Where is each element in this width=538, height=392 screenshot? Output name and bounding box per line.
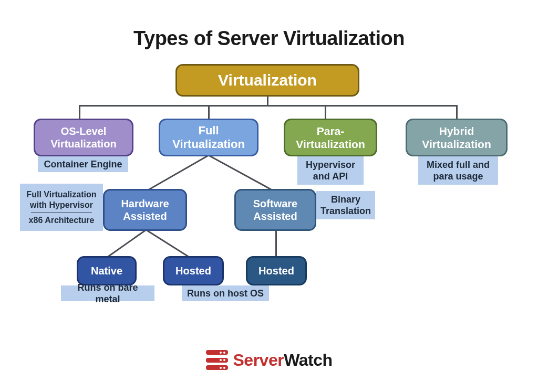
node-native-label: Native (91, 264, 122, 277)
svg-line-3 (146, 230, 192, 259)
brand-logo: ServerWatch (0, 350, 538, 370)
note-hybrid-text: Mixed full and para usage (421, 159, 495, 183)
connector-sw-hosted (275, 230, 277, 257)
node-sw-assisted-label: Software Assisted (240, 197, 311, 223)
node-hybrid-label: Hybrid Virtualization (411, 124, 502, 151)
note-sw-assisted: Binary Translation (316, 191, 375, 219)
note-native-text: Runs on bare metal (64, 282, 151, 305)
svg-line-0 (144, 155, 209, 192)
svg-line-1 (209, 155, 276, 192)
node-hosted-sw-label: Hosted (258, 264, 294, 277)
note-hosted-text: Runs on host OS (187, 288, 264, 300)
node-para: Para-Virtualization (284, 119, 377, 156)
node-hybrid: Hybrid Virtualization (406, 119, 508, 156)
svg-line-2 (105, 230, 146, 259)
note-hw-line2: x86 Architecture (29, 215, 95, 226)
node-hw-assisted: Hardware Assisted (103, 189, 187, 231)
node-os-level-label: OS-Level Virtualization (39, 125, 128, 150)
note-native: Runs on bare metal (61, 285, 154, 301)
node-hw-assisted-label: Hardware Assisted (109, 197, 181, 223)
note-hw-assisted: Full Virtualization with Hypervisor x86 … (20, 184, 103, 231)
note-hw-line1: Full Virtualization with Hypervisor (23, 189, 100, 210)
page-title: Types of Server Virtualization (0, 27, 538, 50)
brand-name-a: Server (233, 351, 284, 369)
node-virtualization: Virtualization (175, 64, 359, 97)
note-para: Hypervisor and API (297, 156, 364, 185)
note-os-level: Container Engine (38, 156, 128, 172)
node-full-label: Full Virtualization (164, 124, 253, 152)
note-os-level-text: Container Engine (44, 158, 122, 171)
node-hosted-sw: Hosted (246, 256, 307, 285)
note-hw-divider (31, 213, 92, 213)
note-hosted: Runs on host OS (182, 285, 269, 301)
note-hybrid: Mixed full and para usage (418, 156, 498, 185)
server-icon (206, 350, 228, 370)
node-sw-assisted: Software Assisted (234, 189, 316, 231)
note-para-text: Hypervisor and API (301, 159, 360, 183)
brand-name-b: Watch (284, 351, 332, 369)
node-virtualization-label: Virtualization (218, 71, 317, 90)
node-para-label: Para-Virtualization (289, 124, 371, 151)
node-os-level: OS-Level Virtualization (34, 119, 133, 156)
node-full: Full Virtualization (159, 119, 258, 156)
brand-name: ServerWatch (233, 351, 333, 370)
note-sw-text: Binary Translation (319, 194, 372, 217)
node-hosted-hw-label: Hosted (175, 264, 211, 277)
node-hosted-hw: Hosted (163, 256, 224, 285)
